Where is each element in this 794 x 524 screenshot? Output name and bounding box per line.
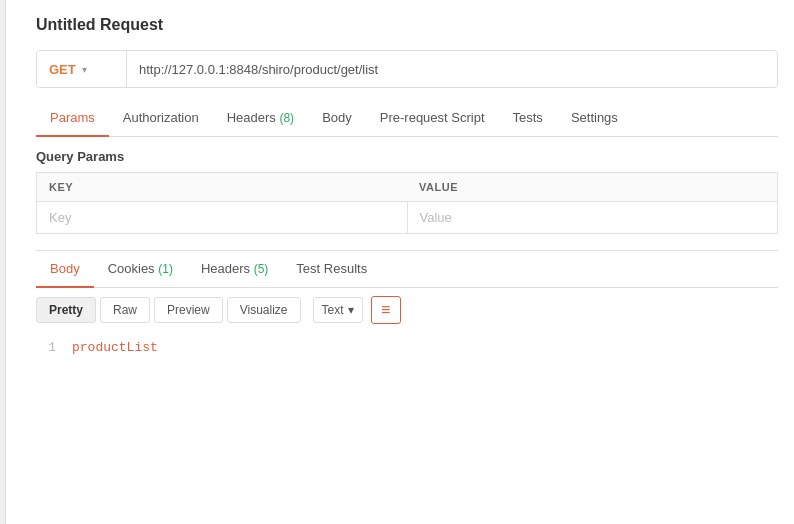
- query-params-title: Query Params: [36, 137, 778, 172]
- method-label: GET: [49, 62, 76, 77]
- response-tabs: Body Cookies (1) Headers (5) Test Result…: [36, 251, 778, 288]
- line-number: 1: [36, 340, 56, 355]
- preview-button[interactable]: Preview: [154, 297, 223, 323]
- response-tab-body[interactable]: Body: [36, 251, 94, 288]
- page-title: Untitled Request: [36, 16, 778, 34]
- url-bar: GET ▾: [36, 50, 778, 88]
- chevron-down-icon: ▾: [82, 64, 87, 75]
- response-headers-badge: (5): [254, 262, 269, 276]
- value-column-header: VALUE: [407, 173, 778, 202]
- method-select[interactable]: GET ▾: [37, 51, 127, 87]
- tab-params[interactable]: Params: [36, 100, 109, 137]
- key-cell[interactable]: Key: [37, 202, 408, 234]
- tab-tests[interactable]: Tests: [499, 100, 557, 137]
- key-column-header: KEY: [37, 173, 408, 202]
- table-row: Key Value: [37, 202, 778, 234]
- response-tab-test-results[interactable]: Test Results: [282, 251, 381, 288]
- request-tabs: Params Authorization Headers (8) Body Pr…: [36, 100, 778, 137]
- chevron-down-icon: ▾: [348, 303, 354, 317]
- tab-pre-request-script[interactable]: Pre-request Script: [366, 100, 499, 137]
- visualize-button[interactable]: Visualize: [227, 297, 301, 323]
- sidebar-accent: [0, 0, 6, 524]
- tab-authorization[interactable]: Authorization: [109, 100, 213, 137]
- url-input[interactable]: [127, 62, 777, 77]
- pretty-button[interactable]: Pretty: [36, 297, 96, 323]
- response-tab-headers[interactable]: Headers (5): [187, 251, 282, 288]
- params-table: KEY VALUE Key Value: [36, 172, 778, 234]
- response-tab-cookies[interactable]: Cookies (1): [94, 251, 187, 288]
- code-content: productList: [72, 340, 158, 355]
- raw-button[interactable]: Raw: [100, 297, 150, 323]
- wrap-lines-icon: ≡: [381, 302, 390, 318]
- headers-badge: (8): [279, 111, 294, 125]
- text-format-select[interactable]: Text ▾: [313, 297, 363, 323]
- code-line: 1 productList: [36, 340, 778, 355]
- tab-headers[interactable]: Headers (8): [213, 100, 308, 137]
- tab-settings[interactable]: Settings: [557, 100, 632, 137]
- response-body: 1 productList: [36, 332, 778, 355]
- cookies-badge: (1): [158, 262, 173, 276]
- tab-body[interactable]: Body: [308, 100, 366, 137]
- wrap-text-button[interactable]: ≡: [371, 296, 401, 324]
- format-bar: Pretty Raw Preview Visualize Text ▾ ≡: [36, 288, 778, 332]
- value-cell[interactable]: Value: [407, 202, 778, 234]
